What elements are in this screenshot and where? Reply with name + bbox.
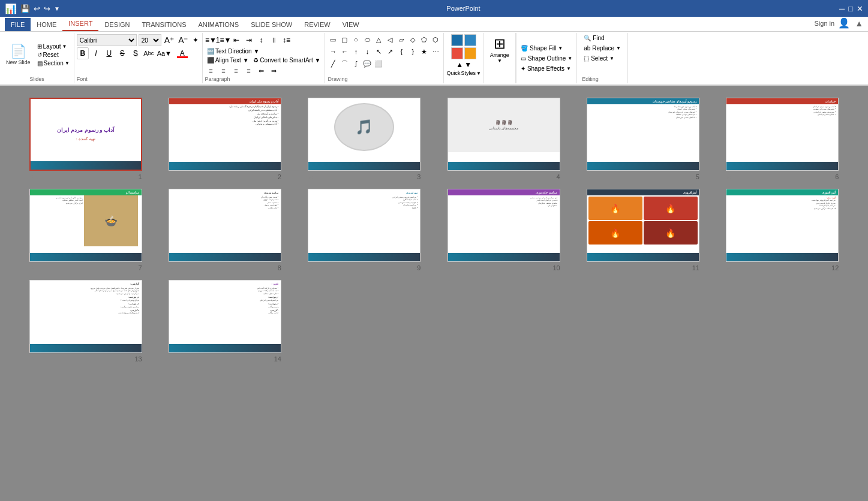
strikethrough-btn[interactable]: S [116, 47, 128, 59]
slide-thumb-9[interactable]: مهر اوروزی • مراسم عروسی سنتی ایرانی • آ… [308, 189, 421, 262]
shadow-btn[interactable]: S [130, 47, 142, 59]
reset-btn[interactable]: ↺ Reset [35, 51, 71, 59]
section-btn[interactable]: ▤ Section ▼ [35, 59, 71, 67]
slide-star-7[interactable]: ☆ [29, 264, 35, 271]
smartart-spacing-btn[interactable]: ↕ [256, 34, 268, 46]
ribbon-collapse-btn[interactable]: ▲ [855, 19, 863, 28]
slide-thumb-10[interactable]: مراسم خانه نوری این مراسم یکی از مراسم س… [447, 189, 560, 262]
slide-thumb-7[interactable]: مراسم‌بالو مراسم بالو یکی از رسوم قدیمی … [29, 189, 142, 262]
case-btn[interactable]: Aa▼ [156, 47, 173, 59]
font-color-btn[interactable]: A [174, 47, 191, 59]
slide-star-13[interactable]: ☆ [29, 355, 35, 363]
align-left-btn[interactable]: ≡ [205, 65, 217, 76]
slide-thumb-8[interactable]: مراسم نوروزی • هفت سین و آداب آن • دید و… [169, 189, 281, 262]
columns-btn[interactable]: ⫴ [268, 34, 280, 46]
slide-star-2[interactable]: ☆ [169, 173, 175, 180]
qa-dropdown-icon[interactable]: ▼ [54, 5, 60, 12]
quick-styles-label[interactable]: Quick Styles ▼ [446, 70, 480, 76]
shape-more[interactable]: ⋯ [430, 46, 441, 57]
shape-diamond[interactable]: ◇ [407, 34, 418, 45]
tab-animations[interactable]: ANIMATIONS [193, 18, 245, 31]
decrease-font-btn[interactable]: A⁻ [177, 35, 189, 46]
shape-effects-btn[interactable]: ✦ Shape Effects ▼ [519, 65, 574, 73]
shape-arrow-r[interactable]: → [328, 46, 338, 57]
minimize-btn[interactable]: ─ [839, 4, 845, 13]
slide-thumb-12[interactable]: آئین افروزی آوازه نوش: مراسم آتش‌افروزی … [726, 189, 839, 262]
slide-star-4[interactable]: ☆ [447, 173, 453, 180]
shape-triangle[interactable]: △ [373, 34, 384, 45]
tab-insert[interactable]: INSERT [62, 17, 98, 31]
undo-icon[interactable]: ↩ [34, 4, 40, 13]
slide-thumb-13[interactable]: گزارشی: پس از سوختن هیزم‌ها، عکس‌العمل ن… [29, 280, 142, 353]
rtl-btn[interactable]: ⇐ [256, 65, 268, 76]
layout-btn[interactable]: ⊞ Layout ▼ [35, 43, 71, 50]
align-right-btn[interactable]: ≡ [230, 65, 242, 76]
sign-in-btn[interactable]: Sign in [815, 20, 835, 27]
slide-star-11[interactable]: ☆ [587, 264, 593, 271]
underline-btn[interactable]: U [103, 47, 115, 59]
tab-slideshow[interactable]: SLIDE SHOW [245, 18, 298, 31]
slide-star-10[interactable]: ☆ [447, 264, 453, 271]
shape-rect[interactable]: ▭ [328, 34, 338, 45]
shape-round-rect[interactable]: ▢ [339, 34, 350, 45]
shape-arrow-l[interactable]: ← [339, 46, 350, 57]
shape-callout[interactable]: 💬 [362, 58, 373, 69]
tab-view[interactable]: VIEW [337, 18, 365, 31]
shape-cube[interactable]: ⬜ [373, 58, 384, 69]
find-btn[interactable]: 🔍 Find [582, 34, 623, 42]
shape-parallelogram[interactable]: ▱ [396, 34, 407, 45]
tab-transitions[interactable]: TRANSITIONS [136, 18, 193, 31]
new-slide-btn[interactable]: 📄 New Slide [2, 43, 34, 67]
slide-star-3[interactable]: ☆ [308, 173, 314, 180]
align-text-btn[interactable]: ⬛ Align Text ▼ [205, 56, 251, 64]
tab-design[interactable]: DESIGN [98, 18, 136, 31]
shape-arrow-ul[interactable]: ↖ [373, 46, 384, 57]
shape-outline-btn[interactable]: ▭ Shape Outline ▼ [519, 55, 574, 62]
clear-format-btn[interactable]: ✦ [191, 35, 200, 45]
bold-btn[interactable]: B [77, 47, 89, 59]
slide-thumb-5[interactable]: رسوم و آیین‌ها و مشاهیر خوزستان • آداب و… [587, 98, 699, 171]
arrange-btn[interactable]: ⊞ Arrange ▼ [488, 34, 512, 65]
slide-thumb-3[interactable]: 🎵 [308, 98, 421, 171]
style-swatch-2[interactable] [464, 34, 476, 46]
slide-thumb-4[interactable]: 🗿🗿🗿مجسمه‌های باستانی [447, 98, 560, 171]
bullets-btn[interactable]: ≡▼ [205, 34, 217, 46]
shape-pentagon[interactable]: ⬠ [419, 34, 430, 45]
shape-fill-btn[interactable]: 🪣 Shape Fill ▼ [519, 44, 574, 52]
quickstyle-up-btn[interactable]: ▲ [456, 61, 463, 69]
slide-star-12[interactable]: ☆ [726, 264, 732, 271]
maximize-btn[interactable]: □ [848, 4, 853, 13]
char-spacing-btn[interactable]: Abc [143, 47, 155, 59]
shape-circle[interactable]: ○ [350, 34, 361, 45]
slide-star-14[interactable]: ☆ [169, 355, 175, 363]
slide-thumb-2[interactable]: آداب و رسوم ملی ایران • رسوم ایران از قد… [169, 98, 281, 171]
quickstyle-down-btn[interactable]: ▼ [464, 61, 471, 69]
slide-thumb-6[interactable]: خراسان • آداب و رسوم مردم خراسان • جشن‌ه… [726, 98, 839, 171]
italic-btn[interactable]: I [90, 47, 102, 59]
shape-oval[interactable]: ⬭ [362, 34, 373, 45]
slide-star-5[interactable]: ☆ [587, 173, 593, 180]
decrease-indent-btn[interactable]: ⇤ [230, 34, 242, 46]
shape-hexagon[interactable]: ⬡ [430, 34, 441, 45]
shape-brace-r[interactable]: } [407, 46, 418, 57]
select-btn[interactable]: ⬚ Select ▼ [582, 55, 623, 62]
slide-thumb-11[interactable]: آتش‌افروزی 🔥 🔥 🔥 🔥 [587, 189, 699, 262]
shape-connector[interactable]: ⌒ [339, 58, 350, 69]
shape-arrow-ur[interactable]: ↗ [385, 46, 395, 57]
text-direction-btn[interactable]: 🔤 Text Direction ▼ [205, 47, 262, 55]
close-btn[interactable]: ✕ [857, 4, 863, 13]
shape-freeform[interactable]: ∫ [350, 58, 361, 69]
slide-thumb-14[interactable]: تکوین : • میتولوژی: از کجا آمده‌ایم • چه… [169, 280, 281, 353]
ltr-btn[interactable]: ⇒ [268, 65, 280, 76]
tab-home[interactable]: HOME [31, 18, 62, 31]
shape-arrow-d[interactable]: ↓ [362, 46, 373, 57]
save-icon[interactable]: 💾 [20, 4, 30, 13]
slide-star-8[interactable]: ☆ [169, 264, 175, 271]
justify-btn[interactable]: ≡ [243, 65, 255, 76]
font-name-select[interactable]: Calibri [77, 34, 137, 46]
style-swatch-1[interactable] [451, 34, 463, 46]
style-swatch-3[interactable] [451, 47, 463, 59]
increase-indent-btn[interactable]: ⇥ [243, 34, 255, 46]
increase-font-btn[interactable]: A⁺ [163, 35, 175, 46]
slide-star-9[interactable]: ☆ [308, 264, 314, 271]
